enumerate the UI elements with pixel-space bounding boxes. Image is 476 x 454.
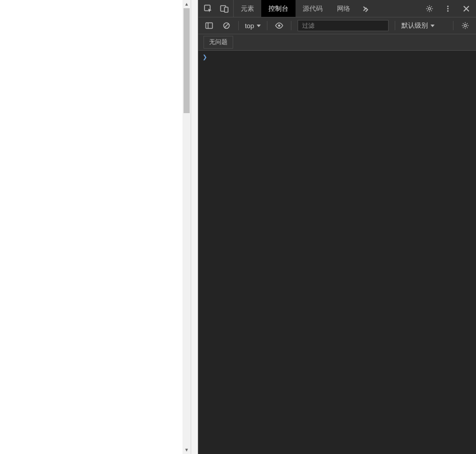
devtools-tabbar: 元素 控制台 源代码 网络 [198, 0, 476, 17]
tab-console[interactable]: 控制台 [261, 0, 296, 17]
close-devtools-icon[interactable] [461, 3, 472, 14]
caret-down-icon [430, 25, 435, 27]
svg-point-12 [464, 25, 467, 27]
svg-point-11 [278, 25, 281, 27]
tabs-overflow-icon[interactable] [357, 0, 372, 17]
no-issues-chip[interactable]: 无问题 [203, 36, 233, 49]
log-level-selector[interactable]: 默认级别 [401, 21, 435, 30]
scrollbar-up-button[interactable]: ▲ [183, 0, 191, 8]
scrollbar-thumb[interactable] [184, 8, 190, 113]
svg-point-4 [447, 6, 449, 7]
live-expression-eye-icon[interactable] [274, 20, 285, 31]
toolbar-separator [267, 21, 267, 30]
page-scrollbar[interactable]: ▲ ▼ [183, 0, 191, 454]
devtools-panel: 元素 控制台 源代码 网络 [198, 0, 476, 454]
issues-bar: 无问题 [198, 34, 476, 51]
svg-rect-2 [224, 7, 228, 12]
kebab-menu-icon[interactable] [442, 3, 454, 14]
chevron-right-icon: ❯ [202, 54, 207, 60]
caret-down-icon [257, 25, 261, 27]
devtools-resizer[interactable] [191, 0, 198, 454]
svg-point-6 [447, 10, 449, 12]
page-viewport: ▲ ▼ [0, 0, 191, 454]
scrollbar-down-button[interactable]: ▼ [183, 446, 191, 454]
context-selector-label: top [245, 22, 254, 30]
toggle-sidebar-icon[interactable] [203, 20, 215, 31]
svg-line-10 [224, 24, 229, 28]
svg-point-5 [447, 8, 449, 9]
console-settings-gear-icon[interactable] [460, 20, 471, 31]
toolbar-separator [291, 21, 291, 30]
toolbar-separator [238, 21, 239, 30]
context-selector[interactable]: top [245, 22, 261, 30]
console-toolbar: top 默认级别 [198, 17, 476, 34]
inspect-element-icon[interactable] [202, 3, 214, 14]
tab-network[interactable]: 网络 [330, 0, 357, 17]
clear-console-icon[interactable] [221, 20, 232, 31]
svg-rect-7 [206, 23, 213, 29]
settings-gear-icon[interactable] [424, 3, 435, 14]
tab-elements[interactable]: 元素 [234, 0, 261, 17]
device-toolbar-icon[interactable] [219, 3, 230, 14]
log-level-label: 默认级别 [401, 21, 428, 30]
console-prompt[interactable]: ❯ [202, 54, 472, 60]
tab-sources[interactable]: 源代码 [296, 0, 330, 17]
console-output[interactable]: ❯ [198, 51, 476, 454]
toolbar-separator [453, 21, 454, 30]
console-filter-input[interactable] [298, 20, 389, 31]
svg-point-3 [428, 7, 431, 10]
toolbar-separator [395, 21, 395, 30]
